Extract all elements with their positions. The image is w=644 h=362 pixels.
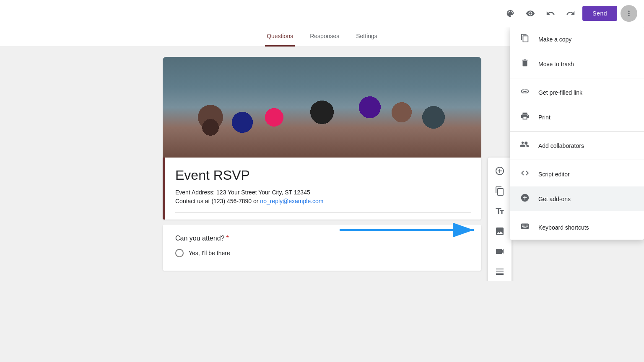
menu-label-move-trash: Move to trash <box>538 61 574 67</box>
form-header-image <box>163 57 481 158</box>
tab-questions[interactable]: Questions <box>265 27 295 47</box>
title-card: Event RSVP Event Address: 123 Your Stree… <box>163 158 481 220</box>
tab-responses[interactable]: Responses <box>308 27 341 47</box>
radio-button-1[interactable] <box>175 249 184 257</box>
menu-divider-2 <box>510 131 644 132</box>
menu-item-move-trash[interactable]: Move to trash <box>510 52 644 76</box>
top-bar: Send <box>0 0 644 27</box>
add-video-button[interactable] <box>488 241 512 261</box>
menu-item-add-collaborators[interactable]: Add collaborators <box>510 133 644 158</box>
menu-divider-1 <box>510 78 644 78</box>
dropdown-menu: Make a copy Move to trash Get pre-filled… <box>510 27 644 240</box>
addons-icon <box>520 193 530 204</box>
add-toolbar <box>488 158 512 281</box>
question-card: Can you attend?* Yes, I'll be there <box>163 225 481 271</box>
tab-settings[interactable]: Settings <box>354 27 379 47</box>
menu-item-get-addons[interactable]: Get add-ons <box>510 186 644 211</box>
menu-label-print: Print <box>538 114 551 121</box>
menu-label-script-editor: Script editor <box>538 171 570 178</box>
menu-item-make-copy[interactable]: Make a copy <box>510 27 644 52</box>
add-question-button[interactable] <box>488 161 512 181</box>
radio-label-1: Yes, I'll be there <box>189 250 230 256</box>
print-icon <box>520 111 530 123</box>
required-star: * <box>226 235 229 242</box>
radio-option-1: Yes, I'll be there <box>175 249 471 257</box>
menu-item-prefilled-link[interactable]: Get pre-filled link <box>510 80 644 105</box>
add-title-button[interactable] <box>488 201 512 221</box>
form-description: Event Address: 123 Your Street Your City… <box>175 188 471 206</box>
form-title: Event RSVP <box>175 168 471 183</box>
header-image-content <box>163 57 481 158</box>
keyboard-icon <box>520 222 530 233</box>
email-link[interactable]: no_reply@example.com <box>260 198 323 204</box>
menu-label-get-addons: Get add-ons <box>538 196 571 202</box>
copy-icon <box>520 34 530 45</box>
menu-divider-4 <box>510 213 644 213</box>
menu-divider-3 <box>510 160 644 160</box>
add-image-button[interactable] <box>488 221 512 241</box>
trash-icon <box>520 58 530 70</box>
form-card-container: Event RSVP Event Address: 123 Your Stree… <box>163 57 481 271</box>
send-button[interactable]: Send <box>582 6 617 21</box>
palette-icon[interactable] <box>502 5 519 22</box>
link-icon <box>520 87 530 98</box>
add-section-button[interactable] <box>488 261 512 281</box>
menu-item-script-editor[interactable]: Script editor <box>510 162 644 186</box>
menu-item-print[interactable]: Print <box>510 105 644 129</box>
preview-icon[interactable] <box>522 5 539 22</box>
main-content: Questions Responses Settings Event RSVP … <box>0 27 644 362</box>
more-options-button[interactable] <box>621 5 637 22</box>
menu-label-keyboard-shortcuts: Keyboard shortcuts <box>538 224 589 231</box>
import-questions-button[interactable] <box>488 181 512 201</box>
menu-label-make-copy: Make a copy <box>538 36 571 43</box>
menu-label-prefilled-link: Get pre-filled link <box>538 89 582 96</box>
form-divider <box>175 212 471 213</box>
menu-item-keyboard-shortcuts[interactable]: Keyboard shortcuts <box>510 215 644 240</box>
menu-label-add-collaborators: Add collaborators <box>538 142 584 149</box>
question-text: Can you attend?* <box>175 235 471 242</box>
people-icon <box>520 140 530 151</box>
undo-icon[interactable] <box>542 5 559 22</box>
redo-icon[interactable] <box>562 5 579 22</box>
code-icon <box>520 168 530 180</box>
